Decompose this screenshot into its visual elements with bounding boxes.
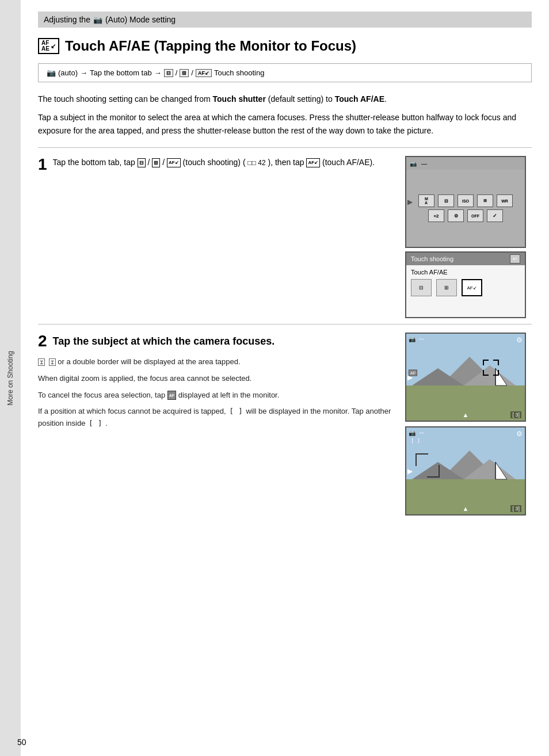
nav-arrow2: →: [154, 68, 162, 77]
cam1-cam-icon: 📷: [410, 161, 417, 167]
camera-screen-3: 📷 — [ ] ▶ ⚙ [ 3] ▲: [405, 426, 526, 516]
step2-bracket1: [ ]: [229, 407, 242, 415]
touch-shoot-options: ⊟ ⊞ AF↙: [411, 279, 520, 296]
ts-option-multi[interactable]: ⊞: [436, 279, 457, 296]
step1-icon2: ⊞: [152, 158, 160, 167]
cam1-btn4: ⊞: [477, 194, 493, 207]
cam3-landscape-svg: [406, 427, 526, 516]
step2-header: 2 Tap the subject at which the camera fo…: [38, 333, 394, 350]
step2-sub2: When digital zoom is applied, the focus …: [38, 373, 394, 385]
cam3-bracket-tl: [415, 453, 428, 466]
touch-shoot-footer: [406, 300, 525, 317]
step2-sub1: ⌶ ⌶ or a double border will be displayed…: [38, 356, 394, 368]
cam1-btn6: ×2: [428, 209, 444, 222]
title-text: Touch AF/AE (Tapping the Monitor to Focu…: [65, 38, 356, 54]
touch-shoot-label: Touch AF/AE: [411, 269, 520, 276]
cam2-cam-icon: 📷: [409, 336, 415, 342]
header-text: Adjusting the: [44, 15, 90, 24]
auto-icon: 📷: [93, 16, 102, 24]
cam1-btn5: WR: [497, 194, 513, 207]
ts-option-normal[interactable]: ⊟: [411, 279, 432, 296]
cam1-row1: MA ⊟ ISO ⊞ WR: [418, 194, 513, 207]
step2-sub1-text: or a double border will be displayed at …: [58, 357, 240, 366]
cam2-dash: —: [419, 336, 424, 342]
page-number: 50: [17, 738, 26, 747]
cam2-af-badge: AF: [409, 370, 417, 376]
touch-shoot-body: Touch AF/AE ⊟ ⊞ AF↙: [406, 265, 525, 300]
step2-number: 2: [38, 333, 47, 350]
sidebar-label: More on Shooting: [6, 351, 14, 406]
step1-number: 1: [38, 156, 47, 174]
step1-section: 1 Tap the bottom tab, tap ⊟ / ⊞ / AF↙ (t…: [38, 147, 532, 318]
bold-touch-shutter: Touch shutter: [213, 94, 266, 104]
step2-sub4: If a position at which focus cannot be a…: [38, 406, 394, 430]
nav-icon1: ⊟: [164, 69, 173, 77]
step2-text: Tap the subject at which the camera focu…: [53, 333, 275, 348]
step2-left: 2 Tap the subject at which the camera fo…: [38, 333, 394, 516]
cam2-landscape: [406, 334, 525, 421]
nav-step2: Tap the bottom tab: [90, 68, 152, 77]
nav-icon2: ⊞: [180, 69, 189, 77]
cam3-cam-icon: 📷: [409, 430, 415, 436]
nav-arrow1: →: [80, 68, 87, 77]
header-suffix: (Auto) Mode setting: [105, 15, 176, 24]
step2-sub3: To cancel the focus area selection, tap …: [38, 390, 394, 402]
cam2-landscape-svg: [406, 334, 526, 422]
cam3-landscape: [406, 427, 525, 514]
camera-screen-1: 📷 — ▼ MA ⊟ ISO ⊞ WR: [405, 156, 526, 248]
step2-bracket-icon2: ⌶: [49, 358, 56, 366]
touch-shoot-panel: Touch shooting ↩ Touch AF/AE ⊟ ⊞ AF↙: [405, 251, 526, 318]
cam3-gear-icon: ⚙: [516, 430, 523, 438]
cam2-gear-icon: ⚙: [516, 336, 523, 344]
description-para2: Tap a subject in the monitor to select t…: [38, 111, 532, 137]
step2-section: 2 Tap the subject at which the camera fo…: [38, 324, 532, 516]
page-title: AFAE ↙ Touch AF/AE (Tapping the Monitor …: [38, 38, 532, 54]
cam2-counter: [ 3]: [510, 411, 521, 418]
nav-icons-label: Touch shooting: [214, 68, 264, 77]
step1-right: 📷 — ▼ MA ⊟ ISO ⊞ WR: [405, 156, 532, 318]
cam1-btn3: ISO: [458, 194, 474, 207]
cam1-left-arrow: ▶: [407, 198, 413, 206]
nav-icon3: AF↙: [196, 69, 212, 77]
cam1-top-bar: 📷 —: [406, 157, 525, 170]
description-block: The touch shooting setting can be change…: [38, 93, 532, 137]
step2-bracket-icon1: ⌶: [38, 358, 45, 366]
step2-right: 📷 — ▶ AF ⚙ [ 3] ▲: [405, 333, 532, 516]
nav-box: 📷 (auto) → Tap the bottom tab → ⊟ / ⊞ / …: [38, 63, 532, 82]
cam1-btn2: ⊟: [438, 194, 454, 207]
cam1-menu-area: MA ⊟ ISO ⊞ WR ×2 ⚙ OFF ✓: [406, 170, 525, 247]
step1-left: 1 Tap the bottom tab, tap ⊟ / ⊞ / AF↙ (t…: [38, 156, 394, 318]
step2-bracket2: [ ]: [89, 419, 102, 427]
step1-icon3: AF↙: [167, 158, 181, 167]
nav-slash: /: [176, 68, 178, 77]
cam3-dash: —: [419, 430, 424, 436]
title-icon: AFAE ↙: [38, 38, 59, 54]
cam2-focus-bracket-bottom: [483, 371, 499, 376]
cam1-btn1: MA: [418, 194, 434, 207]
step1-icon4: AF↙: [306, 158, 320, 167]
step2-af-icon: AF: [167, 391, 176, 400]
cam3-left-arrow: ▶: [407, 467, 413, 475]
cam3-bracket-br: [427, 465, 440, 478]
ts-option-afae[interactable]: AF↙: [462, 279, 482, 296]
cam3-small-brackets: [ ]: [411, 438, 420, 444]
nav-cam-icon: 📷: [47, 68, 56, 77]
touch-shoot-header: Touch shooting ↩: [406, 253, 525, 265]
camera-screen-2: 📷 — ▶ AF ⚙ [ 3] ▲: [405, 333, 526, 422]
cam1-btn8: OFF: [467, 209, 483, 222]
cam1-dash: —: [421, 161, 427, 167]
bold-touch-afae: Touch AF/AE: [335, 94, 384, 104]
step1-bookref: □□ 42: [247, 159, 265, 167]
touch-shoot-title: Touch shooting: [411, 255, 453, 262]
cam2-bottom-arrow: ▲: [463, 411, 469, 418]
main-content: Adjusting the 📷 (Auto) Mode setting AFAE…: [21, 0, 549, 756]
cam3-bottom-arrow: ▲: [463, 505, 469, 512]
step1-text: Tap the bottom tab, tap ⊟ / ⊞ / AF↙ (tou…: [53, 156, 394, 169]
cam1-btn7: ⚙: [448, 209, 464, 222]
header-bar: Adjusting the 📷 (Auto) Mode setting: [38, 12, 532, 28]
cam1-row2: ×2 ⚙ OFF ✓: [428, 209, 503, 222]
sidebar: More on Shooting: [0, 0, 21, 756]
description-para1: The touch shooting setting can be change…: [38, 93, 532, 105]
back-button[interactable]: ↩: [510, 254, 520, 264]
cam1-btn9: ✓: [487, 209, 503, 222]
